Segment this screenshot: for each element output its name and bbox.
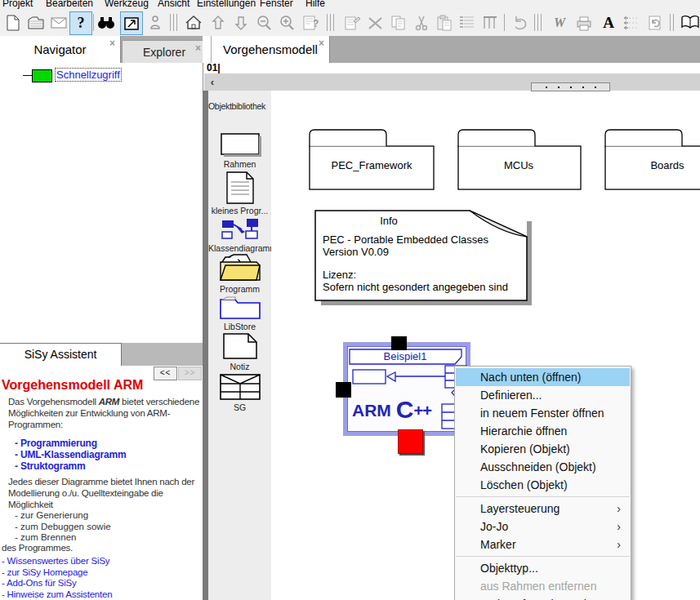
menu-item-hierarchie[interactable]: Hierarchie öffnen [455,422,631,440]
red-marker[interactable] [398,429,423,454]
menu-separator [456,496,630,497]
menu-hilfe[interactable]: Hilfe [305,0,325,9]
link-programmierung[interactable]: - Programmierung [15,438,97,449]
package-pec-framework[interactable]: PEC_Framework [309,128,439,193]
selection-handle-left[interactable] [336,382,351,398]
font-icon[interactable]: A [598,11,619,33]
search-binoculars-icon[interactable] [96,11,117,33]
refresh-document-icon[interactable] [645,11,667,33]
menu-werkzeug[interactable]: Werkzeug [105,0,149,9]
close-icon[interactable]: × [109,38,115,49]
word-export-icon[interactable]: W [549,11,570,33]
submenu-arrow-icon: › [617,500,621,518]
menu-item-layersteuerung[interactable]: Layersteuerung› [455,500,631,518]
sisy-window: Projekt Bearbeiten Werkzeug Ansicht Eins… [0,0,700,600]
edit-properties-icon[interactable] [342,11,363,33]
tree-node-icon[interactable] [32,69,52,82]
fit-window-icon[interactable] [120,11,143,35]
link-addons[interactable]: - Add-Ons für SiSy [2,578,77,588]
menu-item-nach-unten[interactable]: Nach unten (öffnen) [456,368,630,386]
toolbar-drag-handle[interactable] [531,82,610,91]
zoom-in-icon[interactable] [276,11,297,33]
library-item-sg[interactable]: SG [208,372,271,405]
context-menu: Nach unten (öffnen) Definieren... in neu… [454,366,631,600]
close-icon[interactable]: × [195,42,201,54]
help-icon[interactable]: ? [69,11,92,35]
navigate-up-icon[interactable] [207,11,229,33]
menu-item-jojo[interactable]: Jo-Jo› [455,518,631,536]
library-item-kleines-programm[interactable]: kleines Progr... [208,171,271,208]
library-item-programm[interactable]: Programm [208,252,271,287]
library-item-notiz[interactable]: Notiz [208,331,271,364]
tab-explorer[interactable]: Explorer × [122,40,207,64]
selection-handle-top[interactable] [391,336,407,350]
package-mcus[interactable]: MCUs [457,128,588,193]
menu-bearbeiten[interactable]: Bearbeiten [46,0,93,9]
svg-text:?: ? [313,18,319,29]
menu-fenster[interactable]: Fenster [260,0,293,9]
tree-branch-line [23,75,32,76]
menu-item-aus-rahmen: aus Rahmen entfernen [455,577,631,595]
page-indicator: 01| [207,62,221,73]
link-hinweise[interactable]: - Hinweise zum Assistenten [2,589,112,599]
link-homepage[interactable]: - zur SiSy Homepage [2,567,88,577]
paste-icon[interactable] [434,11,455,33]
cut-icon[interactable] [411,11,432,33]
tab-sisy-assistent[interactable]: SiSy Assistent [0,343,122,367]
library-item-libstore[interactable]: LibStore [208,295,271,324]
menu-item-verknuepfen[interactable]: Verknüpfen mit Datei... [455,595,631,600]
link-uml-klassendiagramm[interactable]: - UML-Klassendiagramm [15,449,127,460]
menu-item-ausschneiden[interactable]: Ausschneiden (Objekt) [455,458,631,476]
assistant-paragraph: Das Vorgehensmodell ARM bietet verschied… [8,397,199,407]
tree-item-schnellzugriff[interactable]: Schnellzugriff [55,68,122,82]
menu-ansicht[interactable]: Ansicht [158,0,189,9]
assistant-panel: << >> Vorgehensmodell ARM Das Vorgehensm… [0,366,203,600]
panel-splitter[interactable] [203,91,208,600]
object-library-title: Objektbibliothek [208,101,265,111]
library-item-rahmen[interactable]: Rahmen [208,131,271,161]
menu-item-neues-fenster[interactable]: in neuem Fenster öffnen [455,404,631,422]
delete-cross-icon[interactable] [365,11,386,33]
open-folder-icon[interactable] [25,11,47,33]
svg-text:Beispiel1: Beispiel1 [384,350,427,362]
package-boards[interactable]: Boards [604,128,700,193]
link-struktogramm[interactable]: - Struktogramm [15,460,86,472]
menu-item-loeschen[interactable]: Löschen (Objekt) [455,476,631,494]
document-help-icon[interactable]: ? [301,11,322,33]
tab-navigator[interactable]: Navigator × [0,36,121,63]
note-info[interactable]: Info PEC - Portable Embedded Classes Ver… [313,208,533,308]
tab-vorgehensmodell[interactable]: Vorgehensmodell × [211,36,330,63]
menu-item-definieren[interactable]: Definieren... [455,386,631,404]
send-mail-icon[interactable] [48,11,69,33]
menu-item-objekttyp[interactable]: Objekttyp... [455,559,631,577]
navigate-down-icon[interactable] [230,11,252,33]
zoom-out-icon[interactable] [253,11,274,33]
object-library: Objektbibliothek Rahmen kleines Progr...… [208,91,271,600]
arm-cpp-logo: ARMC++ [352,399,431,420]
import-references-icon[interactable] [621,11,642,33]
library-book-icon[interactable] [680,11,700,33]
undo-icon[interactable] [511,11,532,33]
navigator-panel: Schnellzugriff [0,63,203,343]
menu-projekt[interactable]: Projekt [2,0,33,9]
menu-item-kopieren[interactable]: Kopieren (Objekt) [455,440,631,458]
new-document-icon[interactable] [2,11,24,33]
assistant-back-button[interactable]: << [154,367,177,380]
close-icon[interactable]: × [319,38,324,49]
tab-strip: Navigator × Explorer × Vorgehensmodell × [0,36,700,63]
link-wissenswertes[interactable]: - Wissenswertes über SiSy [2,556,109,566]
list-options-icon[interactable] [457,11,478,33]
copy-icon[interactable] [388,11,409,33]
print-icon[interactable] [573,11,595,33]
menu-item-marker[interactable]: Marker› [455,536,631,553]
assistant-forward-button[interactable]: >> [178,367,202,380]
scroll-left-icon[interactable]: ‹ [204,73,221,91]
home-icon[interactable] [183,11,204,33]
horizontal-scrollbar[interactable]: ‹ [204,73,700,91]
menu-einstellungen[interactable]: Einstellungen [197,0,256,9]
list-columns-icon[interactable] [479,11,501,33]
assistant-heading: Vorgehensmodell ARM [2,378,143,393]
library-item-klassendiagramm[interactable]: Klassendiagramm [208,217,271,245]
page-indicator-row: 01| [203,63,700,73]
assistant-person-icon[interactable] [145,11,166,33]
